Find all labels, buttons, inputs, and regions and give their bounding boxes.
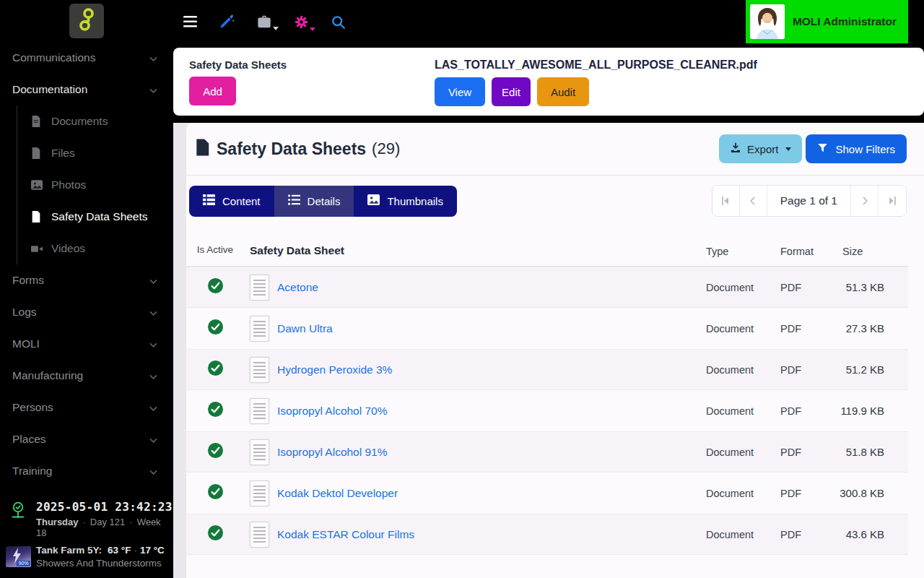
caret-down-icon xyxy=(785,147,791,151)
document-icon xyxy=(31,116,43,127)
sidebar-item-label: Places xyxy=(12,433,46,446)
caret-down-icon xyxy=(273,27,279,30)
logo-pipes-icon xyxy=(72,5,101,37)
cell-is-active xyxy=(186,484,244,502)
view-toolbar: Content Details Thumbnails Page 1 of 1 xyxy=(186,176,924,226)
row-name-link[interactable]: Isopropyl Alcohol 70% xyxy=(277,405,388,418)
chevron-down-icon xyxy=(149,467,158,476)
cell-is-active xyxy=(186,278,244,296)
cell-size: 119.9 KB xyxy=(840,405,908,417)
first-page-button[interactable] xyxy=(712,186,740,216)
menu-icon[interactable] xyxy=(183,16,197,27)
document-thumbnail xyxy=(250,480,269,506)
cell-format: PDF xyxy=(780,364,840,376)
sidebar-item-label: Documents xyxy=(51,115,108,128)
tab-details[interactable]: Details xyxy=(274,186,354,217)
app-logo[interactable] xyxy=(69,4,104,38)
image-icon xyxy=(367,194,380,207)
list-icon xyxy=(288,194,300,207)
file-icon xyxy=(31,211,43,223)
sidebar-item-documents[interactable]: Documents xyxy=(17,105,173,137)
row-name-link[interactable]: Isopropyl Alcohol 91% xyxy=(277,446,388,459)
sidebar-item-label: Files xyxy=(51,147,75,160)
edit-button[interactable]: Edit xyxy=(492,77,531,106)
cell-type: Document xyxy=(706,282,780,293)
sidebar-item-communications[interactable]: Communications xyxy=(0,42,173,74)
row-name-link[interactable]: Kodak ESTAR Colour Films xyxy=(277,528,414,541)
cell-name: Kodak Dektol Developer xyxy=(244,480,706,506)
tab-thumbnails[interactable]: Thumbnails xyxy=(354,186,457,217)
content-zone: Safety Data Sheets (29) Export Show Filt… xyxy=(173,123,924,578)
sidebar-item-label: Safety Data Sheets xyxy=(51,210,148,223)
audit-button[interactable]: Audit xyxy=(537,77,589,106)
tab-label: Thumbnails xyxy=(387,195,443,207)
row-name-link[interactable]: Dawn Ultra xyxy=(277,322,333,335)
cell-name: Hydrogen Peroxide 3% xyxy=(244,357,706,383)
record-count: (29) xyxy=(372,139,400,158)
cell-type: Document xyxy=(706,488,780,499)
show-filters-button[interactable]: Show Filters xyxy=(806,134,907,163)
file-icon xyxy=(31,147,43,159)
sidebar-item-places[interactable]: Places xyxy=(0,423,173,455)
cell-name: Kodak ESTAR Colour Films xyxy=(244,522,706,548)
cell-is-active xyxy=(186,443,244,461)
video-icon xyxy=(31,243,43,254)
admin-user-badge[interactable]: MOLI Administrator xyxy=(746,0,908,43)
storm-thumbnail: 90% xyxy=(6,546,31,567)
chevron-down-icon xyxy=(149,403,158,413)
weather-block: 90% Tank Farm 5Y:63 °F·17 °C Showers And… xyxy=(0,545,173,569)
export-button[interactable]: Export xyxy=(719,134,802,163)
gear-icon[interactable] xyxy=(294,14,309,30)
row-name-link[interactable]: Acetone xyxy=(277,281,318,294)
export-label: Export xyxy=(747,143,778,155)
table-row: Dawn Ultra Document PDF 27.3 KB xyxy=(186,308,908,349)
sidebar-item-label: MOLI xyxy=(12,337,40,350)
card-header: Safety Data Sheets (29) Export Show Filt… xyxy=(186,123,924,176)
sidebar-item-videos[interactable]: Videos xyxy=(17,233,173,264)
document-thumbnail xyxy=(250,522,269,548)
documentation-submenu: Documents Files Photos Safety Data Sheet… xyxy=(17,105,173,264)
sidebar-item-photos[interactable]: Photos xyxy=(17,169,173,201)
sidebar-item-files[interactable]: Files xyxy=(17,137,173,169)
sds-table: Is Active Safety Data Sheet Type Format … xyxy=(186,233,908,555)
cell-format: PDF xyxy=(780,323,840,335)
table-grid-icon xyxy=(203,194,215,207)
sidebar-item-label: Communications xyxy=(12,51,95,64)
magic-wand-icon[interactable] xyxy=(219,14,235,30)
search-icon[interactable] xyxy=(331,14,346,30)
table-row: Hydrogen Peroxide 3% Document PDF 51.2 K… xyxy=(186,349,908,390)
last-page-button[interactable] xyxy=(879,186,906,216)
sidebar-item-safety-data-sheets[interactable]: Safety Data Sheets xyxy=(17,201,173,233)
download-icon xyxy=(730,142,741,156)
cell-name: Acetone xyxy=(244,275,706,301)
sidebar-item-label: Photos xyxy=(51,178,86,191)
row-name-link[interactable]: Hydrogen Peroxide 3% xyxy=(277,363,392,376)
sidebar-item-manufacturing[interactable]: Manufacturing xyxy=(0,360,173,392)
sidebar-item-logs[interactable]: Logs xyxy=(0,296,173,328)
table-row: Isopropyl Alcohol 70% Document PDF 119.9… xyxy=(186,390,908,431)
sidebar-item-label: Training xyxy=(12,465,52,478)
sidebar-item-moli[interactable]: MOLI xyxy=(0,328,173,360)
cell-name: Isopropyl Alcohol 70% xyxy=(244,398,706,424)
add-button[interactable]: Add xyxy=(189,77,236,105)
cell-type: Document xyxy=(706,529,780,540)
cell-type: Document xyxy=(706,323,780,335)
row-name-link[interactable]: Kodak Dektol Developer xyxy=(277,487,398,500)
sidebar-item-training[interactable]: Training xyxy=(0,455,173,487)
check-circle-icon xyxy=(208,278,223,296)
sidebar-item-forms[interactable]: Forms xyxy=(0,264,173,296)
sidebar-item-label: Documentation xyxy=(12,83,87,96)
top-dark-zone: MOLI Administrator Safety Data Sheets Ad… xyxy=(173,0,924,123)
tab-content[interactable]: Content xyxy=(189,186,274,217)
sidebar-item-label: Forms xyxy=(12,274,44,287)
chevron-down-icon xyxy=(149,371,158,381)
sidebar-item-documentation[interactable]: Documentation xyxy=(0,74,173,105)
sidebar-item-persons[interactable]: Persons xyxy=(0,392,173,423)
toolbox-icon[interactable] xyxy=(256,14,272,29)
sidebar: Communications Documentation Documents F… xyxy=(0,0,173,578)
sidebar-status: 2025-05-01 23:42:23 Thursday·Day 121·Wee… xyxy=(0,500,173,578)
photo-icon xyxy=(31,179,43,191)
next-page-button[interactable] xyxy=(851,186,879,216)
previous-page-button[interactable] xyxy=(740,186,767,216)
view-button[interactable]: View xyxy=(435,77,485,106)
